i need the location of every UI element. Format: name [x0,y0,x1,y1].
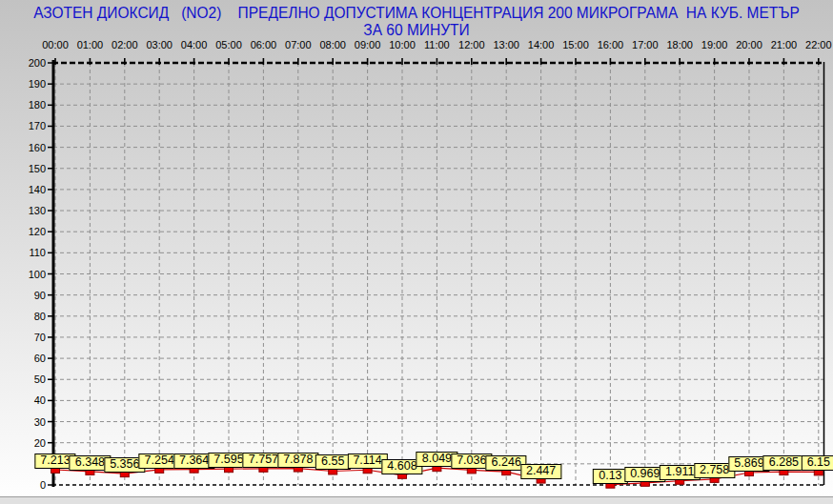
y-axis-label: 170 [17,120,46,131]
y-axis-label: 60 [17,353,46,364]
y-axis-label: 120 [17,226,46,237]
x-axis-label: 06:00 [244,39,282,50]
y-axis-label: 200 [17,57,46,69]
value-label: 0.13 [593,469,627,484]
y-axis-label: 50 [17,373,46,385]
chart-canvas [0,0,833,504]
y-axis-label: 140 [17,184,46,195]
x-axis-label: 17:00 [626,39,664,50]
x-axis-label: 05:00 [210,39,248,50]
value-label: 7.878 [277,453,318,468]
x-axis-label: 20:00 [730,39,768,50]
x-axis-label: 00:00 [36,39,74,50]
x-axis-label: 04:00 [175,39,213,50]
bottom-panel-divider [0,496,833,504]
y-axis-label: 20 [17,437,46,449]
y-axis-label: 70 [17,332,46,343]
x-axis-label: 21:00 [764,39,803,50]
x-axis-label: 22:00 [800,39,833,50]
y-axis-label: 0 [17,479,46,491]
x-axis-label: 03:00 [140,39,178,50]
value-label: 6.55 [315,454,350,470]
value-label: 6.15 [802,455,833,471]
y-axis-label: 80 [17,311,46,322]
y-axis-label: 30 [17,416,46,428]
x-axis-label: 14:00 [522,39,560,50]
x-axis-label: 16:00 [591,39,629,50]
value-label: 6.285 [763,455,804,471]
y-axis-label: 40 [17,394,46,406]
x-axis-label: 07:00 [279,39,317,50]
chart-window: АЗОТЕН ДИОКСИД (NO2) ПРЕДЕЛНО ДОПУСТИМА … [0,0,833,504]
x-axis-label: 13:00 [487,39,525,50]
x-axis-label: 18:00 [660,39,699,50]
y-axis-label: 130 [17,205,46,216]
y-axis-label: 100 [17,269,46,280]
y-axis-label: 190 [17,78,46,90]
x-axis-label: 19:00 [696,39,734,50]
x-axis-label: 11:00 [417,39,456,50]
y-axis-label: 160 [17,142,46,153]
x-axis-label: 08:00 [314,39,352,50]
x-axis-label: 10:00 [383,39,421,50]
x-axis-label: 12:00 [453,39,491,50]
value-label: 2.447 [520,464,561,479]
x-axis-label: 02:00 [106,39,144,50]
x-axis-label: 09:00 [349,39,387,50]
y-axis-label: 110 [17,247,46,258]
y-axis-label: 180 [17,99,46,111]
x-axis-label: 15:00 [557,39,595,50]
y-axis-label: 150 [17,163,46,174]
x-axis-label: 01:00 [71,39,109,50]
y-axis-label: 90 [17,290,46,301]
